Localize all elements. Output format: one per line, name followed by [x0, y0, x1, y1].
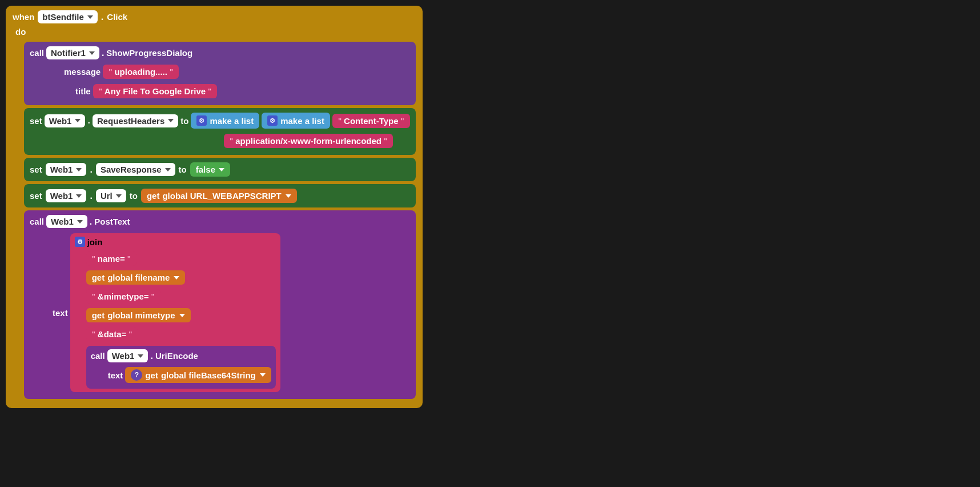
posttext-text-section: text ⚙ join " name= [30, 233, 410, 394]
mimetype-var: global mimetype [107, 310, 175, 320]
web1-selector-5[interactable]: Web1 [107, 349, 148, 362]
name-string-block: " name= " [86, 252, 136, 266]
text-label-2: text [108, 370, 123, 380]
dot-4: . [90, 191, 92, 201]
make-list-inner: ⚙ make a list [262, 113, 330, 129]
content-type-key: Content-Type [344, 116, 399, 126]
notifier-dropdown-icon [89, 51, 95, 55]
join-label: join [87, 237, 103, 247]
dot-5: . [90, 217, 92, 227]
make-list-label-2: make a list [280, 116, 324, 126]
call-notifier-block: call Notifier1 . ShowProgressDialog mess… [24, 42, 416, 105]
uriencode-block: call Web1 . UriEncode [86, 346, 276, 389]
request-headers-dropdown [168, 119, 174, 122]
web1-selector-4[interactable]: Web1 [46, 215, 87, 228]
filename-var: global filename [107, 273, 170, 282]
set-label-3: set [30, 165, 42, 174]
false-block: false [190, 162, 230, 177]
content-type-value: application/x-www-form-urlencoded [235, 136, 381, 146]
name-str-row: " name= " [75, 252, 276, 266]
web1-dropdown-5 [138, 354, 143, 358]
web1-name-4: Web1 [51, 217, 74, 226]
get-label-3: get [92, 310, 105, 320]
false-value: false [196, 165, 215, 174]
gear-icon-2: ⚙ [267, 115, 278, 126]
title-row: title " Any File To Google Drive " [30, 84, 410, 98]
component-dropdown-icon [87, 15, 93, 19]
component-name: btSendfile [42, 12, 84, 22]
dot-3: . [90, 165, 92, 175]
dot-1: . [102, 48, 104, 58]
trigger-row: when btSendfile . Click [13, 10, 416, 23]
do-block-stack: do call Notifier1 . ShowProgressDialog m… [13, 27, 416, 399]
get-label-1: get [147, 191, 160, 201]
question-icon: ? [131, 369, 142, 381]
content-type-value-block: " application/x-www-form-urlencoded " [224, 134, 393, 148]
web1-name-2: Web1 [50, 165, 73, 174]
title-value: Any File To Google Drive [105, 86, 206, 96]
web1-selector-3[interactable]: Web1 [46, 189, 87, 202]
call-label-2: call [30, 217, 44, 226]
dot-6: . [150, 351, 152, 361]
to-label-1: to [180, 116, 188, 126]
url-var-dropdown [286, 194, 291, 198]
text-label-1: text [53, 308, 68, 318]
notifier-method: ShowProgressDialog [106, 48, 192, 58]
base64-dropdown [260, 373, 266, 377]
data-str-row: " &data= " [75, 327, 276, 341]
to-label-2: to [179, 165, 187, 174]
message-value-block: " uploading..... " [103, 65, 179, 79]
request-headers-selector[interactable]: RequestHeaders [93, 114, 178, 127]
set-request-headers-block: set Web1 . RequestHeaders to ⚙ make a li [24, 108, 416, 155]
request-headers-name: RequestHeaders [97, 116, 164, 126]
mimetype-dropdown [179, 314, 185, 317]
title-label: title [75, 86, 91, 96]
join-header: ⚙ join [75, 237, 276, 247]
content-type-value-row: " application/x-www-form-urlencoded " [30, 134, 410, 148]
mimetype-string-block: " &mimetype= " [86, 289, 160, 304]
mimetype-str-row: " &mimetype= " [75, 289, 276, 304]
set-label-2: set [30, 116, 42, 126]
set-headers-row: set Web1 . RequestHeaders to ⚙ make a li [30, 113, 410, 129]
text-join-row: text ⚙ join " name= [53, 233, 410, 392]
make-list-outer: ⚙ make a list [191, 113, 259, 129]
call-label-3: call [91, 351, 105, 361]
message-label: message [64, 67, 101, 77]
web1-selector-1[interactable]: Web1 [45, 114, 86, 127]
web1-dropdown-4 [77, 220, 83, 223]
mimetype-str-value: &mimetype= [98, 292, 149, 301]
notifier-selector[interactable]: Notifier1 [46, 46, 99, 59]
web1-dropdown-1 [75, 119, 81, 122]
url-prop-name: Url [101, 191, 113, 201]
name-str-value: name= [98, 254, 125, 264]
notifier-method-row: call Notifier1 . ShowProgressDialog [30, 46, 410, 59]
data-string-block: " &data= " [86, 327, 138, 341]
url-selector[interactable]: Url [96, 189, 126, 202]
gear-icon-3: ⚙ [75, 237, 85, 247]
filename-dropdown [174, 276, 179, 280]
dot-separator: . [101, 12, 103, 22]
call-posttext-block: call Web1 . PostText text [24, 210, 416, 399]
uriencode-method: UriEncode [155, 351, 198, 361]
web1-dropdown-2 [76, 168, 82, 171]
web1-name-1: Web1 [49, 116, 72, 126]
base64-text-row: text ? get global fileBase64String [91, 367, 271, 383]
save-response-name: SaveResponse [101, 165, 162, 174]
join-block: ⚙ join " name= " [70, 233, 280, 392]
title-value-block: " Any File To Google Drive " [93, 84, 218, 98]
uriencode-section: call Web1 . UriEncode [75, 346, 276, 389]
data-str-value: &data= [98, 329, 126, 339]
get-mimetype-block: get global mimetype [86, 308, 191, 322]
dot-2: . [87, 115, 90, 126]
make-list-label-1: make a list [210, 116, 254, 126]
base64-var: global fileBase64String [161, 370, 256, 380]
web1-name-5: Web1 [112, 351, 135, 361]
mimetype-var-row: get global mimetype [75, 308, 276, 322]
get-filename-block: get global filename [86, 270, 186, 285]
save-response-selector[interactable]: SaveResponse [96, 163, 175, 176]
message-row: message " uploading..... " [30, 65, 410, 79]
posttext-method: PostText [94, 217, 130, 226]
web1-selector-2[interactable]: Web1 [46, 163, 87, 176]
get-label-4: get [145, 370, 158, 380]
component-selector[interactable]: btSendfile [38, 10, 98, 23]
